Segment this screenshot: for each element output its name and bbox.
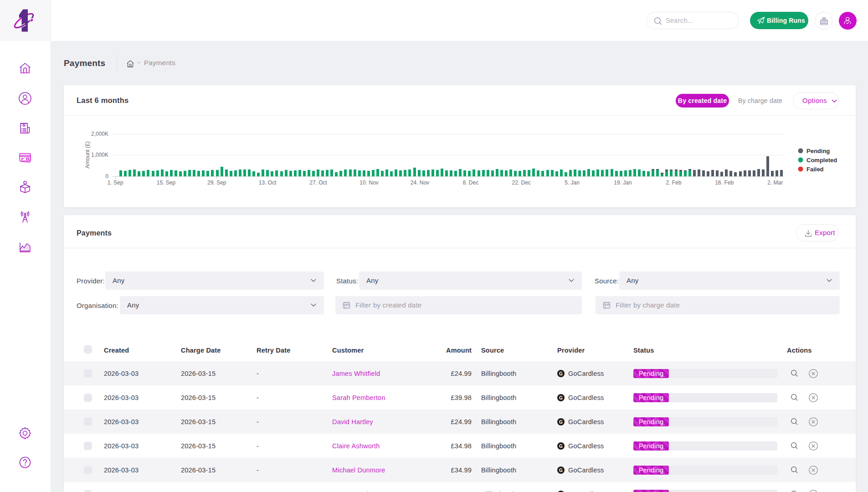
svg-text:2. Mar: 2. Mar: [767, 179, 783, 186]
svg-text:Failed: Failed: [806, 166, 824, 173]
svg-text:Amount (£): Amount (£): [84, 141, 91, 168]
svg-text:Completed: Completed: [806, 157, 837, 164]
svg-text:0: 0: [105, 173, 108, 179]
svg-text:19. Jan: 19. Jan: [614, 179, 632, 186]
svg-text:13. Oct: 13. Oct: [259, 179, 277, 186]
svg-text:24. Nov: 24. Nov: [411, 179, 429, 186]
svg-text:G: G: [559, 467, 563, 472]
svg-text:2,000K: 2,000K: [91, 131, 108, 137]
svg-text:Pending: Pending: [806, 148, 830, 154]
svg-text:5. Jan: 5. Jan: [565, 179, 580, 186]
svg-text:G: G: [559, 371, 563, 376]
svg-text:G: G: [559, 395, 563, 400]
svg-text:1,000K: 1,000K: [91, 152, 108, 158]
svg-text:15. Sep: 15. Sep: [157, 179, 176, 186]
svg-text:G: G: [559, 419, 563, 424]
svg-text:1. Sep: 1. Sep: [108, 179, 123, 186]
svg-text:16. Feb: 16. Feb: [715, 179, 734, 186]
svg-text:2. Feb: 2. Feb: [666, 179, 681, 186]
svg-text:8. Dec: 8. Dec: [462, 179, 478, 186]
svg-text:27. Oct: 27. Oct: [309, 179, 327, 186]
svg-text:-$-: -$-: [21, 123, 26, 128]
svg-text:22. Dec: 22. Dec: [512, 179, 531, 186]
svg-text:G: G: [559, 443, 563, 448]
svg-text:29. Sep: 29. Sep: [207, 179, 226, 186]
svg-text:10. Nov: 10. Nov: [360, 179, 378, 186]
